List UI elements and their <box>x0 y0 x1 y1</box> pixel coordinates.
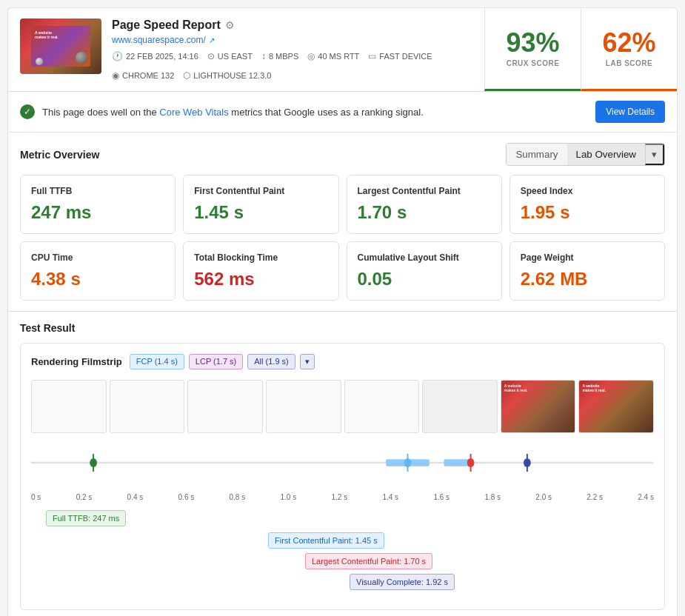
timeline-wrapper: 0 s0.2 s0.4 s0.6 s0.8 s1.0 s1.2 s1.4 s1.… <box>31 439 654 507</box>
metric-name-7: Page Weight <box>521 252 654 263</box>
metric-value-0: 247 ms <box>31 202 164 223</box>
lab-score-value: 62% <box>602 30 655 56</box>
main-container: A websitemakes it real. Page Speed Repor… <box>7 7 678 616</box>
tag-fcp[interactable]: FCP (1.4 s) <box>130 354 184 369</box>
frame-3 <box>266 380 341 433</box>
timeline-label-5: 1.0 s <box>281 493 297 501</box>
meta-lighthouse: ⬡ LIGHTHOUSE 12.3.0 <box>183 70 271 81</box>
metric-card-7: Page Weight 2.62 MB <box>509 241 665 301</box>
metric-overview-section: Metric Overview Summary Lab Overview ▾ F… <box>8 133 677 312</box>
tab-dropdown-icon[interactable]: ▾ <box>645 144 664 165</box>
test-result-title: Test Result <box>20 322 665 334</box>
crux-score-value: 93% <box>506 30 559 56</box>
tooltip-lcp: Largest Contentful Paint: 1.70 s <box>305 553 432 569</box>
check-icon: ✓ <box>20 104 35 119</box>
cwv-text: This page does well on the Core Web Vita… <box>42 107 588 118</box>
device-icon: ▭ <box>368 51 376 61</box>
thumbnail-text: A websitemakes it real. <box>35 30 59 39</box>
view-details-button[interactable]: View Details <box>595 101 665 123</box>
tooltip-vc: Visually Complete: 1.92 s <box>350 574 455 590</box>
metric-card-1: First Contentful Paint 1.45 s <box>183 175 338 234</box>
timeline-label-12: 2.4 s <box>638 493 654 501</box>
bandwidth-icon: ↕ <box>261 51 266 61</box>
clock-icon: 🕐 <box>112 51 123 61</box>
frame-2 <box>187 380 263 433</box>
header-section: A websitemakes it real. Page Speed Repor… <box>8 8 677 92</box>
svg-point-10 <box>524 458 531 467</box>
metric-name-6: Cumulative Layout Shift <box>358 252 491 263</box>
browser-icon: ◉ <box>112 70 119 81</box>
metric-card-3: Speed Index 1.95 s <box>509 175 665 234</box>
timeline-label-7: 1.4 s <box>382 493 398 501</box>
metric-value-6: 0.05 <box>358 269 491 289</box>
thumbnail-inner: A websitemakes it real. <box>31 26 90 67</box>
report-url[interactable]: www.squarespace.com/ ↗ <box>112 35 472 45</box>
thumbnail-content: A websitemakes it real. <box>20 19 101 74</box>
lighthouse-icon: ⬡ <box>183 70 190 81</box>
timeline-label-3: 0.6 s <box>178 493 195 501</box>
frame-4 <box>344 380 420 433</box>
tooltip-fcp: First Contentful Paint: 1.45 s <box>268 532 384 549</box>
site-thumbnail: A websitemakes it real. <box>20 19 101 74</box>
meta-device: ▭ FAST DEVICE <box>368 51 432 61</box>
timeline-svg <box>31 445 654 489</box>
meta-rtt: ◎ 40 MS RTT <box>307 51 359 61</box>
lab-score-label: LAB SCORE <box>606 59 652 67</box>
external-link-icon: ↗ <box>209 36 215 44</box>
crux-score-card: 93% CRUX SCORE <box>484 8 581 91</box>
metric-value-4: 4.38 s <box>31 269 164 289</box>
tag-dropdown[interactable]: ▾ <box>300 354 315 369</box>
tab-summary[interactable]: Summary <box>507 144 567 165</box>
location-icon: ⊙ <box>207 51 215 61</box>
tab-group: Summary Lab Overview ▾ <box>506 143 665 166</box>
metric-name-3: Speed Index <box>521 186 654 196</box>
report-info: A websitemakes it real. Page Speed Repor… <box>8 8 484 91</box>
metric-name-4: CPU Time <box>31 252 164 263</box>
svg-point-6 <box>404 458 412 467</box>
metric-name-5: Total Blocking Time <box>194 252 327 263</box>
test-result-section: Test Result Rendering Filmstrip FCP (1.4… <box>8 312 677 616</box>
metric-name-2: Largest Contentful Paint <box>358 186 491 196</box>
cwv-link[interactable]: Core Web Vitals <box>159 107 228 118</box>
timeline-label-10: 2.0 s <box>535 493 552 501</box>
report-meta: 🕐 22 FEB 2025, 14:16 ⊙ US EAST ↕ 8 MBPS … <box>112 51 472 81</box>
frame-1 <box>110 380 185 433</box>
metric-value-7: 2.62 MB <box>521 269 654 289</box>
metric-value-3: 1.95 s <box>521 202 654 223</box>
metric-card-0: Full TTFB 247 ms <box>20 175 176 234</box>
filmstrip-frames: A websitemakes it real. A websitemakes i… <box>31 380 654 433</box>
frame-7: A websitemakes it real. <box>578 380 654 433</box>
svg-point-8 <box>467 458 475 467</box>
tooltip-ttfb: Full TTFB: 247 ms <box>46 510 126 526</box>
timeline-labels: 0 s0.2 s0.4 s0.6 s0.8 s1.0 s1.2 s1.4 s1.… <box>31 493 654 501</box>
lab-score-card: 62% LAB SCORE <box>581 8 677 91</box>
metrics-grid: Full TTFB 247 ms First Contentful Paint … <box>20 175 665 301</box>
tab-lab-overview[interactable]: Lab Overview <box>567 144 646 165</box>
report-details: Page Speed Report ⚙ www.squarespace.com/… <box>112 19 472 81</box>
filmstrip-tags: FCP (1.4 s) LCP (1.7 s) All (1.9 s) ▾ <box>130 354 315 369</box>
timeline-label-0: 0 s <box>31 493 41 501</box>
tooltip-area: Full TTFB: 247 ms First Contentful Paint… <box>31 510 654 599</box>
meta-location: ⊙ US EAST <box>207 51 253 61</box>
cwv-banner: ✓ This page does well on the Core Web Vi… <box>8 92 677 133</box>
timeline-label-6: 1.2 s <box>331 493 347 501</box>
meta-bandwidth: ↕ 8 MBPS <box>261 51 298 61</box>
filmstrip-container: Rendering Filmstrip FCP (1.4 s) LCP (1.7… <box>20 343 665 610</box>
timeline-label-4: 0.8 s <box>230 493 246 501</box>
timeline-label-9: 1.8 s <box>484 493 501 501</box>
meta-browser: ◉ CHROME 132 <box>112 70 174 81</box>
svg-point-4 <box>90 458 97 467</box>
metric-overview-header: Metric Overview Summary Lab Overview ▾ <box>20 143 665 166</box>
frame-6: A websitemakes it real. <box>501 380 576 433</box>
report-title: Page Speed Report <box>112 19 221 32</box>
meta-date: 🕐 22 FEB 2025, 14:16 <box>112 51 198 61</box>
metric-name-0: Full TTFB <box>31 186 164 196</box>
tag-all[interactable]: All (1.9 s) <box>247 354 295 369</box>
tag-lcp[interactable]: LCP (1.7 s) <box>189 354 243 369</box>
gear-icon[interactable]: ⚙ <box>225 19 235 31</box>
rtt-icon: ◎ <box>307 51 315 61</box>
filmstrip-header: Rendering Filmstrip FCP (1.4 s) LCP (1.7… <box>31 354 654 369</box>
metric-name-1: First Contentful Paint <box>194 186 327 196</box>
metric-value-1: 1.45 s <box>194 202 327 223</box>
timeline-label-11: 2.2 s <box>587 493 603 501</box>
